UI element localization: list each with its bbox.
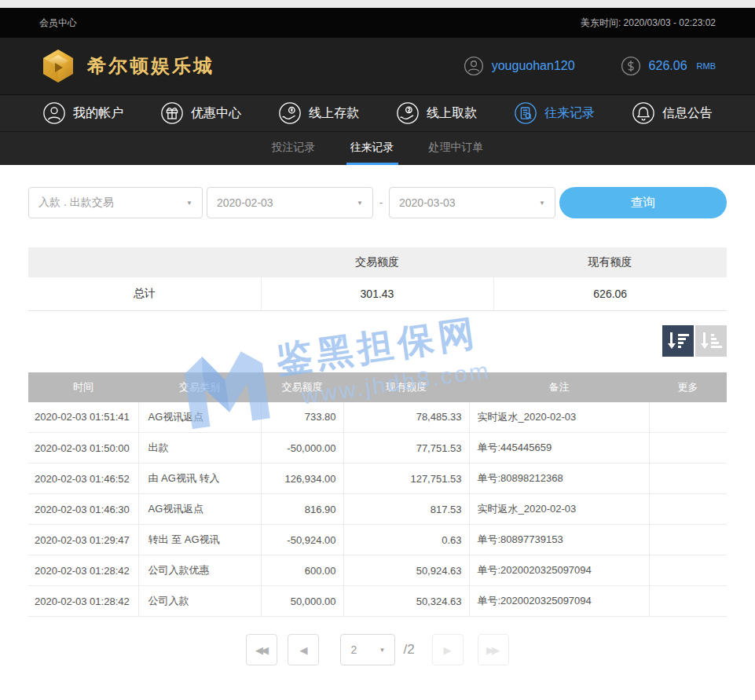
cell-time: 2020-02-03 01:51:41 — [28, 402, 138, 433]
date-from-select[interactable]: 2020-02-03 ▼ — [207, 187, 373, 218]
cell-time: 2020-02-03 01:29:47 — [28, 525, 138, 555]
cell-time: 2020-02-03 01:46:30 — [28, 494, 138, 525]
topbar: 会员中心 美东时间: 2020/03/03 - 02:23:02 — [0, 8, 755, 38]
date-from-value: 2020-02-03 — [217, 196, 273, 209]
cell-more — [649, 402, 727, 433]
nav-item-my-account[interactable]: 我的帐户 — [42, 101, 123, 125]
cell-balance: 50,924.63 — [343, 555, 469, 586]
cell-balance: 127,751.53 — [343, 464, 469, 494]
cell-balance: 0.63 — [343, 525, 469, 555]
nav-item-promotions[interactable]: 优惠中心 — [160, 101, 241, 125]
transactions-table: 时间 交易类别 交易额度 现有额度 备注 更多 2020-02-03 01:51… — [28, 372, 727, 618]
nav-label: 优惠中心 — [191, 105, 241, 122]
cell-more — [649, 586, 727, 617]
sort-controls — [28, 325, 727, 357]
main-nav: 我的帐户 优惠中心 线上存款 — [0, 94, 755, 131]
cell-amount: 733.80 — [261, 402, 343, 433]
col-header-amount: 交易额度 — [261, 372, 343, 402]
summary-table: 交易额度 现有额度 总计 301.43 626.06 — [28, 247, 727, 311]
next-page-button[interactable]: ▶ — [432, 634, 464, 665]
tab-label: 投注记录 — [272, 141, 316, 155]
date-to-select[interactable]: 2020-03-03 ▼ — [389, 187, 555, 218]
withdraw-hand-coin-icon — [396, 101, 420, 125]
gift-icon — [160, 101, 184, 125]
cell-time: 2020-02-03 01:28:42 — [28, 555, 138, 586]
sub-nav: 投注记录 往来记录 处理中订单 — [0, 131, 755, 165]
nav-label: 线上存款 — [309, 105, 359, 122]
site-header: 希尔顿娱乐城 youguohan120 626.06 RMB — [0, 38, 755, 94]
sort-ascending-button[interactable] — [695, 325, 727, 357]
cell-balance: 78,485.33 — [343, 402, 469, 433]
pagination: ◀◀ ◀ 2 ▼ /2 ▶ ▶▶ — [28, 634, 727, 665]
cell-more — [649, 464, 727, 494]
nav-item-withdraw[interactable]: 线上取款 — [396, 101, 477, 125]
current-page-value: 2 — [350, 643, 357, 656]
chevron-down-icon: ▼ — [379, 647, 385, 654]
nav-item-deposit[interactable]: 线上存款 — [278, 101, 359, 125]
double-left-arrow-icon: ◀◀ — [255, 644, 266, 656]
nav-label: 线上取款 — [427, 105, 477, 122]
cell-amount: -50,924.00 — [261, 525, 343, 555]
nav-item-transactions[interactable]: 往来记录 — [514, 101, 595, 125]
cell-amount: 816.90 — [261, 494, 343, 525]
cell-more — [649, 555, 727, 586]
right-arrow-icon: ▶ — [444, 644, 449, 656]
cell-time: 2020-02-03 01:50:00 — [28, 433, 138, 464]
tab-pending-orders[interactable]: 处理中订单 — [425, 132, 488, 165]
cell-type: AG视讯返点 — [138, 402, 261, 433]
nav-label: 我的帐户 — [73, 105, 123, 122]
user-circle-icon — [42, 101, 66, 125]
table-row: 2020-02-03 01:46:52由 AG视讯 转入126,934.0012… — [28, 464, 727, 494]
page-title: 会员中心 — [39, 16, 77, 30]
server-time: 美东时间: 2020/03/03 - 02:23:02 — [581, 16, 716, 30]
balance-chip[interactable]: 626.06 RMB — [621, 56, 716, 76]
cell-type: AG视讯返点 — [138, 494, 261, 525]
nav-label: 信息公告 — [662, 105, 713, 122]
date-range-separator: - — [377, 196, 385, 209]
sort-ascending-icon — [701, 332, 722, 350]
table-row: 2020-02-03 01:28:42公司入款优惠600.0050,924.63… — [28, 555, 727, 586]
username: youguohan120 — [492, 59, 575, 73]
user-chip[interactable]: youguohan120 — [464, 56, 575, 76]
nav-label: 往来记录 — [544, 105, 595, 122]
cell-type: 公司入款优惠 — [138, 555, 261, 586]
tab-bet-records[interactable]: 投注记录 — [268, 132, 320, 165]
col-header-type: 交易类别 — [138, 372, 261, 402]
tab-label: 处理中订单 — [429, 141, 484, 155]
table-row: 2020-02-03 01:29:47转出 至 AG视讯-50,924.000.… — [28, 525, 727, 555]
cell-amount: 600.00 — [261, 555, 343, 586]
cell-amount: 50,000.00 — [261, 586, 343, 617]
sort-descending-button[interactable] — [662, 325, 694, 357]
summary-header-trade: 交易额度 — [261, 247, 493, 277]
cell-balance: 77,751.53 — [343, 433, 469, 464]
nav-item-announcements[interactable]: 信息公告 — [632, 101, 713, 125]
previous-page-button[interactable]: ◀ — [288, 634, 319, 665]
cell-more — [649, 433, 727, 464]
cell-time: 2020-02-03 01:28:42 — [28, 586, 138, 617]
first-page-button[interactable]: ◀◀ — [246, 634, 277, 665]
chevron-down-icon: ▼ — [539, 200, 545, 207]
col-header-more: 更多 — [649, 372, 727, 402]
table-row: 2020-02-03 01:28:42公司入款50,000.0050,324.6… — [28, 586, 727, 617]
last-page-button[interactable]: ▶▶ — [478, 634, 509, 665]
search-button[interactable]: 查询 — [559, 187, 727, 218]
brand-name: 希尔顿娱乐城 — [87, 53, 214, 79]
tab-transaction-records[interactable]: 往来记录 — [346, 132, 398, 165]
col-header-remark: 备注 — [469, 372, 649, 402]
cell-amount: 126,934.00 — [261, 464, 343, 494]
transaction-type-select[interactable]: 入款 . 出款交易 ▼ — [28, 187, 203, 218]
dollar-icon — [621, 56, 641, 76]
table-row: 2020-02-03 01:46:30AG视讯返点816.90817.53实时返… — [28, 494, 727, 525]
brand[interactable]: 希尔顿娱乐城 — [39, 47, 214, 85]
cell-more — [649, 494, 727, 525]
page-select[interactable]: 2 ▼ — [340, 634, 395, 665]
summary-balance-total: 626.06 — [493, 277, 727, 310]
cell-more — [649, 525, 727, 555]
cell-time: 2020-02-03 01:46:52 — [28, 464, 138, 494]
table-row: 2020-02-03 01:51:41AG视讯返点733.8078,485.33… — [28, 402, 727, 433]
bell-icon — [632, 101, 655, 125]
chevron-down-icon: ▼ — [186, 200, 192, 207]
col-header-time: 时间 — [28, 372, 138, 402]
date-to-value: 2020-03-03 — [399, 196, 456, 209]
filter-bar: 入款 . 出款交易 ▼ 2020-02-03 ▼ - 2020-03-03 ▼ … — [28, 187, 727, 218]
